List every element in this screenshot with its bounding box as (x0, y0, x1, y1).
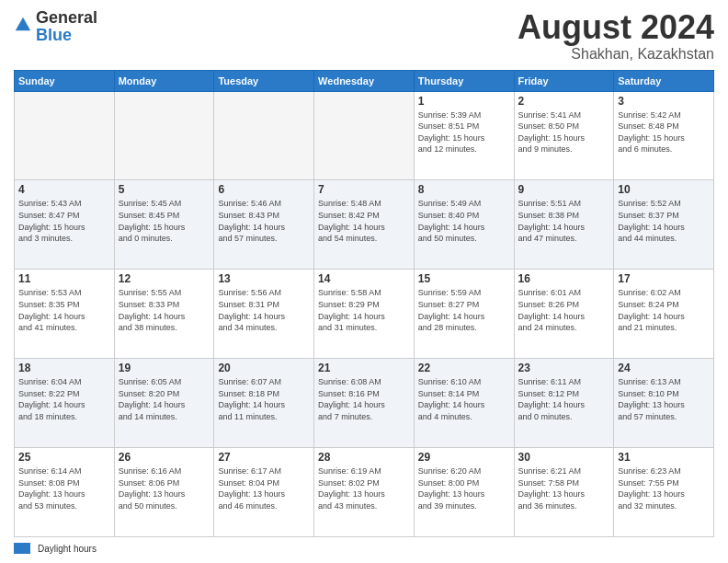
page: General Blue August 2024 Shakhan, Kazakh… (0, 0, 728, 563)
calendar-cell: 9Sunrise: 5:51 AM Sunset: 8:38 PM Daylig… (514, 180, 614, 270)
day-number: 19 (119, 362, 210, 374)
calendar-cell: 6Sunrise: 5:46 AM Sunset: 8:43 PM Daylig… (214, 180, 314, 270)
logo: General Blue (14, 9, 97, 44)
day-info: Sunrise: 5:53 AM Sunset: 8:35 PM Dayligh… (18, 287, 110, 333)
day-number: 6 (218, 183, 310, 196)
day-number: 10 (618, 183, 710, 196)
legend-text: Daylight hours (38, 544, 97, 554)
day-info: Sunrise: 5:58 AM Sunset: 8:29 PM Dayligh… (318, 287, 410, 333)
footer: Daylight hours (14, 543, 714, 554)
calendar-week-row: 1Sunrise: 5:39 AM Sunset: 8:51 PM Daylig… (15, 91, 714, 180)
main-title: August 2024 (518, 9, 714, 46)
day-info: Sunrise: 6:02 AM Sunset: 8:24 PM Dayligh… (618, 287, 710, 333)
calendar-week-row: 18Sunrise: 6:04 AM Sunset: 8:22 PM Dayli… (15, 359, 714, 448)
day-info: Sunrise: 5:42 AM Sunset: 8:48 PM Dayligh… (618, 109, 710, 155)
calendar-cell: 15Sunrise: 5:59 AM Sunset: 8:27 PM Dayli… (414, 270, 514, 359)
calendar-cell: 12Sunrise: 5:55 AM Sunset: 8:33 PM Dayli… (114, 270, 214, 359)
calendar-cell: 1Sunrise: 5:39 AM Sunset: 8:51 PM Daylig… (414, 91, 514, 180)
weekday-header-monday: Monday (114, 70, 214, 91)
weekday-header-wednesday: Wednesday (314, 70, 415, 91)
day-number: 5 (119, 183, 210, 196)
day-info: Sunrise: 6:20 AM Sunset: 8:00 PM Dayligh… (418, 465, 510, 511)
day-info: Sunrise: 6:05 AM Sunset: 8:20 PM Dayligh… (119, 376, 210, 422)
calendar-header-row: SundayMondayTuesdayWednesdayThursdayFrid… (15, 70, 714, 91)
calendar-cell: 24Sunrise: 6:13 AM Sunset: 8:10 PM Dayli… (614, 359, 714, 448)
day-info: Sunrise: 5:48 AM Sunset: 8:42 PM Dayligh… (318, 198, 410, 244)
day-number: 9 (518, 183, 610, 196)
day-number: 28 (318, 451, 410, 464)
calendar-table: SundayMondayTuesdayWednesdayThursdayFrid… (14, 70, 714, 537)
calendar-cell: 8Sunrise: 5:49 AM Sunset: 8:40 PM Daylig… (414, 180, 514, 270)
day-number: 30 (518, 451, 610, 464)
weekday-header-tuesday: Tuesday (214, 70, 314, 91)
calendar-cell: 21Sunrise: 6:08 AM Sunset: 8:16 PM Dayli… (314, 359, 415, 448)
day-number: 12 (119, 272, 210, 285)
day-info: Sunrise: 6:14 AM Sunset: 8:08 PM Dayligh… (18, 465, 110, 511)
calendar-cell: 17Sunrise: 6:02 AM Sunset: 8:24 PM Dayli… (614, 270, 714, 359)
calendar-cell: 5Sunrise: 5:45 AM Sunset: 8:45 PM Daylig… (114, 180, 214, 270)
day-number: 27 (218, 451, 310, 464)
day-number: 18 (18, 362, 110, 374)
day-number: 15 (418, 272, 510, 285)
calendar-cell: 11Sunrise: 5:53 AM Sunset: 8:35 PM Dayli… (15, 270, 115, 359)
weekday-header-sunday: Sunday (15, 70, 115, 91)
day-info: Sunrise: 6:04 AM Sunset: 8:22 PM Dayligh… (18, 376, 110, 422)
day-info: Sunrise: 5:52 AM Sunset: 8:37 PM Dayligh… (618, 198, 710, 244)
day-number: 25 (18, 451, 110, 464)
calendar-cell: 30Sunrise: 6:21 AM Sunset: 7:58 PM Dayli… (514, 448, 614, 537)
svg-marker-0 (16, 17, 30, 31)
day-info: Sunrise: 5:56 AM Sunset: 8:31 PM Dayligh… (218, 287, 310, 333)
day-number: 1 (418, 95, 510, 108)
day-info: Sunrise: 5:45 AM Sunset: 8:45 PM Dayligh… (119, 198, 210, 244)
day-info: Sunrise: 6:19 AM Sunset: 8:02 PM Dayligh… (318, 465, 410, 511)
day-number: 16 (518, 272, 610, 285)
day-info: Sunrise: 5:59 AM Sunset: 8:27 PM Dayligh… (418, 287, 510, 333)
calendar-cell: 26Sunrise: 6:16 AM Sunset: 8:06 PM Dayli… (114, 448, 214, 537)
calendar-cell: 14Sunrise: 5:58 AM Sunset: 8:29 PM Dayli… (314, 270, 415, 359)
day-number: 7 (318, 183, 410, 196)
day-number: 20 (218, 362, 310, 374)
calendar-cell: 31Sunrise: 6:23 AM Sunset: 7:55 PM Dayli… (614, 448, 714, 537)
day-info: Sunrise: 6:17 AM Sunset: 8:04 PM Dayligh… (218, 465, 310, 511)
calendar-cell: 20Sunrise: 6:07 AM Sunset: 8:18 PM Dayli… (214, 359, 314, 448)
day-info: Sunrise: 5:46 AM Sunset: 8:43 PM Dayligh… (218, 198, 310, 244)
calendar-week-row: 25Sunrise: 6:14 AM Sunset: 8:08 PM Dayli… (15, 448, 714, 537)
day-number: 14 (318, 272, 410, 285)
calendar-cell (114, 91, 214, 180)
title-block: August 2024 Shakhan, Kazakhstan (518, 9, 714, 63)
calendar-cell: 2Sunrise: 5:41 AM Sunset: 8:50 PM Daylig… (514, 91, 614, 180)
day-number: 11 (18, 272, 110, 285)
calendar-cell: 25Sunrise: 6:14 AM Sunset: 8:08 PM Dayli… (15, 448, 115, 537)
logo-text-general: General (36, 8, 97, 27)
day-number: 3 (618, 95, 710, 108)
weekday-header-friday: Friday (514, 70, 614, 91)
day-info: Sunrise: 6:16 AM Sunset: 8:06 PM Dayligh… (119, 465, 210, 511)
calendar-cell: 16Sunrise: 6:01 AM Sunset: 8:26 PM Dayli… (514, 270, 614, 359)
calendar-cell: 22Sunrise: 6:10 AM Sunset: 8:14 PM Dayli… (414, 359, 514, 448)
calendar-cell: 29Sunrise: 6:20 AM Sunset: 8:00 PM Dayli… (414, 448, 514, 537)
sub-title: Shakhan, Kazakhstan (518, 46, 714, 63)
day-info: Sunrise: 5:41 AM Sunset: 8:50 PM Dayligh… (518, 109, 610, 155)
calendar-cell: 27Sunrise: 6:17 AM Sunset: 8:04 PM Dayli… (214, 448, 314, 537)
day-number: 24 (618, 362, 710, 374)
day-number: 2 (518, 95, 610, 108)
day-number: 23 (518, 362, 610, 374)
calendar-cell: 3Sunrise: 5:42 AM Sunset: 8:48 PM Daylig… (614, 91, 714, 180)
calendar-cell (314, 91, 415, 180)
day-number: 8 (418, 183, 510, 196)
weekday-header-saturday: Saturday (614, 70, 714, 91)
weekday-header-thursday: Thursday (414, 70, 514, 91)
calendar-cell: 28Sunrise: 6:19 AM Sunset: 8:02 PM Dayli… (314, 448, 415, 537)
day-info: Sunrise: 6:01 AM Sunset: 8:26 PM Dayligh… (518, 287, 610, 333)
calendar-cell: 7Sunrise: 5:48 AM Sunset: 8:42 PM Daylig… (314, 180, 415, 270)
day-info: Sunrise: 5:49 AM Sunset: 8:40 PM Dayligh… (418, 198, 510, 244)
day-number: 17 (618, 272, 710, 285)
day-info: Sunrise: 6:23 AM Sunset: 7:55 PM Dayligh… (618, 465, 710, 511)
legend-box (14, 543, 30, 554)
day-number: 13 (218, 272, 310, 285)
day-number: 22 (418, 362, 510, 374)
day-number: 31 (618, 451, 710, 464)
day-number: 4 (18, 183, 110, 196)
calendar-cell: 13Sunrise: 5:56 AM Sunset: 8:31 PM Dayli… (214, 270, 314, 359)
calendar-week-row: 11Sunrise: 5:53 AM Sunset: 8:35 PM Dayli… (15, 270, 714, 359)
